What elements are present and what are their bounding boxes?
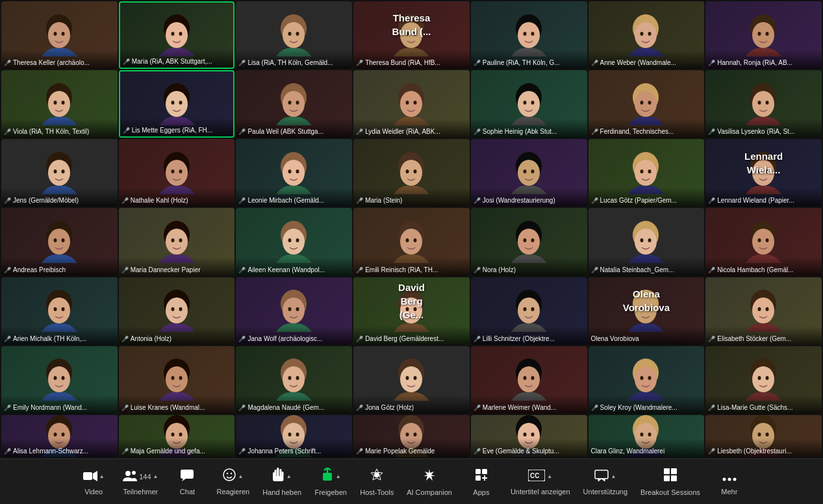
participant-cell[interactable]: 🎤Maria (Stein)	[353, 139, 470, 207]
participant-name-overlay: 🎤Lisa (RiA, TH Köln, Gemäld...	[236, 50, 352, 69]
muted-mic-icon: 🎤	[238, 60, 246, 66]
participant-name-overlay: 🎤Arien Michalk (TH Köln,...	[1, 326, 118, 345]
participant-name-label: Soley Kroy (Wandmalere...	[600, 404, 677, 412]
participant-cell[interactable]: 🎤Nathalie Kahl (Holz)	[119, 139, 235, 207]
participant-cell[interactable]: 🎤Maja Gemälde und gefa...	[119, 415, 235, 457]
participant-cell[interactable]: 🎤Antonia (Holz)	[119, 277, 235, 345]
svg-point-91	[179, 238, 182, 242]
toolbar-item-handraise[interactable]: ▲Hand heben	[256, 464, 308, 500]
participant-cell[interactable]: 🎤Leonie Mirbach (Gemäld...	[236, 139, 352, 207]
participant-cell[interactable]: 🎤Johanna Peters (Schrift...	[236, 415, 352, 457]
participant-cell[interactable]: 🎤Marlene Weimer (Wand...	[471, 346, 587, 414]
svg-point-149	[283, 366, 305, 392]
handraise-caret: ▲	[286, 473, 292, 479]
toolbar-item-aicompanion[interactable]: AI Companion	[400, 464, 459, 500]
participant-cell[interactable]: 🎤Alisa Lehmann-Schwarz...	[1, 415, 118, 457]
svg-point-70	[405, 170, 409, 173]
participant-name-label: Natalia Steinbach_Gem...	[600, 266, 674, 274]
participant-cell[interactable]: 🎤Theresa Keller (archäolo...	[1, 1, 118, 69]
participant-cell[interactable]: 🎤Liesbeth (Objektrestauri...	[705, 415, 822, 457]
participant-cell[interactable]: 🎤Lisa (RiA, TH Köln, Gemäld...	[236, 1, 352, 69]
participant-cell[interactable]: 🎤Josi (Wandrestaurierung)	[471, 139, 587, 207]
participant-cell[interactable]: 🎤Andreas Preibisch	[1, 208, 118, 275]
participant-cell[interactable]: Olena VorobiovaOlena Vorobiova	[589, 277, 705, 345]
toolbar-item-chat[interactable]: Chat	[164, 464, 210, 499]
participant-cell[interactable]: 🎤Magdalena Naudé (Gem...	[236, 346, 352, 414]
participant-cell[interactable]: 🎤Jana Wolf (archäologisc...	[236, 277, 352, 345]
participant-cell[interactable]: 🎤Marie Popelak Gemälde	[353, 415, 470, 457]
participant-cell[interactable]: 🎤Maria Dannecker Papier	[119, 208, 235, 275]
svg-point-35	[179, 101, 182, 105]
participant-cell[interactable]: 🎤Luise Kranes (Wandmal...	[119, 346, 235, 414]
participant-name-overlay: 🎤Nathalie Kahl (Holz)	[119, 188, 235, 207]
participant-name-label: Emily Nordmann (Wand...	[13, 404, 87, 412]
participant-cell[interactable]: 🎤Arien Michalk (TH Köln,...	[1, 277, 118, 345]
svg-point-174	[171, 433, 174, 436]
participant-name-overlay: 🎤Luise Kranes (Wandmal...	[119, 395, 235, 414]
participant-cell[interactable]: 🎤Lilli Schnitzer (Objektre...	[471, 277, 587, 345]
svg-point-38	[288, 101, 292, 105]
participant-name-overlay: 🎤Elisabeth Stöcker (Gem...	[705, 326, 822, 345]
participant-cell[interactable]: 🎤Soley Kroy (Wandmalere...	[589, 346, 705, 414]
toolbar-item-breakout[interactable]: Breakout Sessions	[634, 464, 707, 500]
toolbar-item-support[interactable]: ▲Unterstützung	[577, 464, 634, 499]
participant-cell[interactable]: 🎤Lisa-Marie Gutte (Sächs...	[705, 346, 822, 414]
participant-cell[interactable]: 🎤Elisabeth Stöcker (Gem...	[705, 277, 822, 345]
svg-point-118	[171, 307, 174, 311]
participant-cell[interactable]: 🎤Jona Götz (Holz)	[353, 346, 470, 414]
toolbar-item-more[interactable]: Mehr	[707, 464, 752, 499]
participant-cell[interactable]: 🎤Eve (Gemälde & Skulptu...	[471, 415, 587, 457]
svg-rect-222	[671, 475, 677, 481]
svg-point-75	[531, 170, 534, 173]
participant-cell[interactable]: Clara Glinz, Wandmalerei	[589, 415, 705, 457]
participant-cell[interactable]: 🎤Natalia Steinbach_Gem...	[589, 208, 705, 275]
participant-cell[interactable]: 🎤Sophie Heinig (Abk Stut...	[471, 70, 587, 138]
participant-cell[interactable]: Theresa Bund (...🎤Theresa Bund (RiA, HfB…	[353, 1, 470, 69]
muted-mic-icon: 🎤	[356, 129, 363, 135]
participant-cell[interactable]: 🎤Viola (RiA, TH Köln, Textil)	[1, 70, 118, 138]
participant-cell[interactable]: 🎤Pauline (RiA, TH Köln, G...	[471, 1, 587, 69]
participant-cell[interactable]: 🎤Aileen Keenan (Wandpol...	[236, 208, 352, 275]
video-icon	[83, 468, 97, 485]
participant-name-label: Jens (Gemälde/Möbel)	[13, 197, 79, 205]
muted-mic-icon: 🎤	[356, 60, 363, 66]
toolbar-item-apps[interactable]: Apps	[459, 464, 504, 500]
participant-cell[interactable]: 🎤Emily Nordmann (Wand...	[1, 346, 118, 414]
toolbar-item-share[interactable]: ▲Freigeben	[308, 464, 353, 500]
participant-cell[interactable]: 🎤Emili Reinisch (RiA, TH...	[353, 208, 470, 275]
participant-cell[interactable]: 🎤Lydia Weidler (RiA, ABK...	[353, 70, 470, 138]
participant-cell[interactable]: 🎤Lis Mette Eggers (RiA, FH...	[119, 70, 235, 138]
participant-cell[interactable]: 🎤Anne Weber (Wandmale...	[589, 1, 705, 69]
participant-name-overlay: 🎤Andreas Preibisch	[1, 257, 118, 276]
participant-cell[interactable]: 🎤Maria (RiA, ABK Stuttgart,...	[119, 1, 235, 69]
participant-cell[interactable]: David Berg (Ge...🎤David Berg (Gemälderes…	[353, 277, 470, 345]
muted-mic-icon: 🎤	[356, 197, 363, 204]
muted-mic-icon: 🎤	[474, 129, 481, 135]
participant-cell[interactable]: Lennard Wiela...🎤Lennard Wieland (Papier…	[705, 139, 822, 207]
toolbar-item-hosttools[interactable]: Host-Tools	[353, 464, 400, 500]
svg-point-14	[405, 32, 409, 36]
svg-point-123	[296, 307, 299, 311]
svg-point-43	[413, 101, 416, 105]
participant-cell[interactable]: 🎤Lucas Götz (Papier/Gem...	[589, 139, 705, 207]
svg-point-187	[531, 433, 534, 436]
svg-point-102	[523, 238, 526, 242]
hosttools-icon	[370, 468, 384, 486]
participant-name-label: Lisa (RiA, TH Köln, Gemäld...	[247, 59, 333, 67]
svg-point-163	[648, 376, 652, 380]
participant-cell[interactable]: 🎤Vasilisa Lysenko (RiA, St...	[705, 70, 822, 138]
toolbar-item-captions[interactable]: CC▲Untertitel anzeigen	[504, 464, 577, 499]
svg-point-153	[400, 366, 422, 392]
participant-name-overlay: 🎤Jana Wolf (archäologisc...	[236, 326, 352, 345]
participant-cell[interactable]: 🎤Hannah, Ronja (RiA, AB...	[705, 1, 822, 69]
participant-cell[interactable]: 🎤Paula Weil (ABK Stuttga...	[236, 70, 352, 138]
participant-cell[interactable]: 🎤Ferdinand, Technisches...	[589, 70, 705, 138]
participant-name-overlay: 🎤Alisa Lehmann-Schwarz...	[1, 438, 118, 457]
participant-cell[interactable]: 🎤Nicola Hambach (Gemäl...	[705, 208, 822, 275]
participant-cell[interactable]: 🎤Jens (Gemälde/Möbel)	[1, 139, 118, 207]
svg-point-41	[400, 91, 422, 117]
participant-cell[interactable]: 🎤Nora (Holz)	[471, 208, 587, 275]
toolbar-item-react[interactable]: ▲Reagieren	[210, 464, 256, 499]
toolbar-item-participants[interactable]: 144▲Teilnehmer	[116, 464, 164, 499]
toolbar-item-video[interactable]: ▲Video	[71, 464, 116, 499]
